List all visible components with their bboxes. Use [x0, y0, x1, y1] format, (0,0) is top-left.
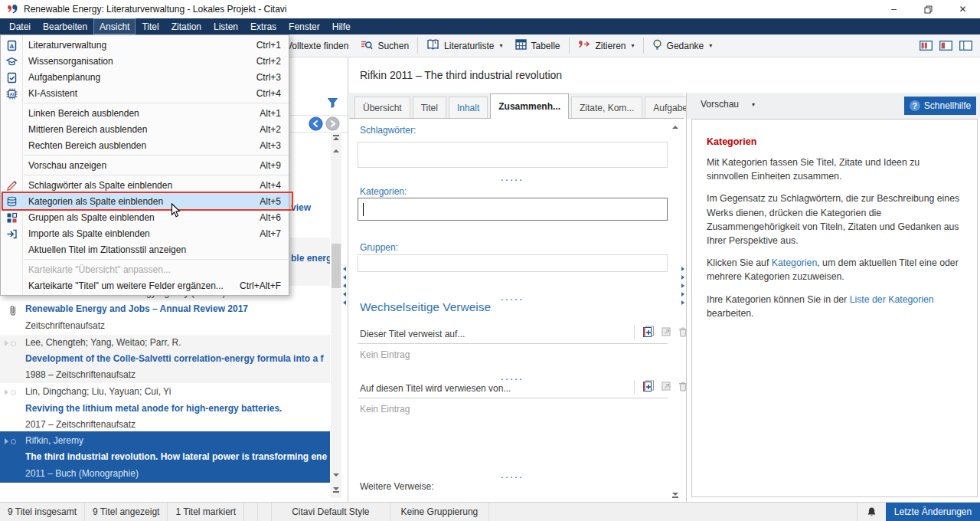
ai-chip-icon: AI [5, 87, 18, 100]
layout-one-pane-icon[interactable] [959, 41, 972, 53]
layout-two-pane-icon[interactable] [939, 41, 952, 53]
menu-item-zitationsstil-anzeigen[interactable]: Aktuellen Titel im Zitationsstil anzeige… [1, 241, 289, 257]
section-splitter-dots[interactable]: ..... [358, 175, 668, 181]
bibliography-button[interactable]: Literaturliste ▾ [420, 37, 508, 55]
categories-link[interactable]: Kategorien [772, 257, 817, 268]
menu-item-gruppen-spalte[interactable]: Gruppen als Spalte einblendenAlt+6 [1, 209, 289, 225]
menubar-bearbeiten[interactable]: Bearbeiten [37, 18, 93, 34]
menubar-hilfe[interactable]: Hilfe [326, 18, 357, 34]
search-button[interactable]: Suchen [354, 37, 415, 55]
notifications-bell-icon[interactable] [857, 503, 886, 521]
help-paragraph: Klicken Sie auf Kategorien, um dem aktue… [707, 256, 963, 283]
menu-item-mittleren-bereich[interactable]: Mittleren Bereich ausblendenAlt+2 [1, 121, 289, 137]
list-item-authors: Rifkin, Jeremy [25, 435, 328, 446]
add-reference-icon[interactable] [642, 380, 655, 394]
close-button[interactable]: ✕ [946, 0, 980, 18]
tab-uebersicht[interactable]: Übersicht [354, 97, 410, 118]
rating-circle-icon [11, 341, 16, 346]
refers-to-label: Dieser Titel verweist auf... [360, 329, 465, 339]
left-splitter-handle[interactable] [343, 267, 346, 305]
menu-item-kategorien-spalte[interactable]: Kategorien als Spalte einblendenAlt+5 [1, 193, 289, 209]
scroll-down-icon[interactable] [331, 469, 341, 480]
section-splitter-dots[interactable]: ..... [358, 374, 668, 380]
more-refs-label: Weitere Verweise: [360, 481, 434, 492]
menu-item-rechten-bereich[interactable]: Rechten Bereich ausblendenAlt+3 [1, 137, 289, 153]
menu-item-linken-bereich[interactable]: Linken Bereich ausblendenAlt+1 [1, 105, 289, 121]
quick-help-button[interactable]: ? Schnellhilfe [904, 97, 976, 115]
restore-button[interactable] [911, 0, 946, 18]
scroll-to-bottom-icon[interactable] [331, 484, 341, 496]
menu-item-vorschau-anzeigen[interactable]: Vorschau anzeigenAlt+9 [1, 157, 289, 173]
rating-circle-icon [11, 439, 16, 444]
tasks-icon [5, 71, 18, 84]
text-caret [363, 203, 364, 216]
scroll-to-bottom-icon[interactable] [670, 490, 681, 501]
menu-item-wissensorganisation[interactable]: WissensorganisationCtrl+2 [1, 53, 289, 69]
help-heading: Kategorien [707, 136, 963, 147]
tab-zitate[interactable]: Zitate, Kom... [571, 97, 642, 118]
section-splitter-dots[interactable]: ..... [358, 472, 668, 478]
section-splitter-dots[interactable]: ..... [358, 294, 668, 300]
mouse-cursor [171, 203, 181, 221]
svg-text:A: A [9, 42, 14, 49]
nav-back-icon[interactable] [309, 116, 323, 133]
statusbar: 9 Titel insgesamt 9 Titel angezeigt 1 Ti… [0, 502, 980, 521]
chevron-down-icon: ▾ [632, 42, 635, 49]
menubar: Datei Bearbeiten Ansicht Titel Zitation … [0, 18, 980, 34]
preview-toolbar: Vorschau ▾ ? Schnellhilfe [687, 93, 980, 119]
scrollbar-thumb[interactable] [332, 244, 341, 288]
list-item[interactable]: Lee, Chengteh; Yang, Weitao; Parr, R. De… [0, 335, 330, 383]
scroll-to-top-icon[interactable] [331, 132, 341, 143]
list-item-title: Development of the Colle-Salvetti correl… [25, 353, 328, 364]
menu-item-karteikarte-titel[interactable]: Karteikarte "Titel" um weitere Felder er… [1, 277, 289, 293]
panel-scrollbar[interactable] [670, 119, 681, 502]
keywords-field[interactable] [358, 142, 668, 168]
knowledge-icon [5, 55, 18, 67]
scroll-up-icon[interactable] [670, 121, 681, 133]
preview-dropdown[interactable]: Vorschau ▾ [701, 99, 755, 110]
cite-button[interactable]: Zitieren ▾ [572, 37, 641, 55]
categories-field[interactable] [358, 198, 668, 221]
thought-button[interactable]: Gedanke ▾ [646, 37, 719, 55]
tab-inhalt[interactable]: Inhalt [449, 97, 488, 118]
menubar-fenster[interactable]: Fenster [283, 18, 326, 34]
list-item-title-fragment: ble energ [291, 253, 330, 264]
menubar-extras[interactable]: Extras [244, 18, 283, 34]
menu-item-schlagwoerter-spalte[interactable]: Schlagwörter als Spalte einblendenAlt+4 [1, 177, 289, 193]
menubar-datei[interactable]: Datei [3, 18, 37, 34]
fulltext-button[interactable]: Volltexte finden [280, 37, 354, 55]
menubar-zitation[interactable]: Zitation [165, 18, 207, 34]
list-item[interactable]: Lin, Dingchang; Liu, Yayuan; Cui, Yi Rev… [0, 383, 330, 431]
layout-three-pane-icon[interactable] [920, 41, 933, 53]
menubar-ansicht[interactable]: Ansicht [93, 18, 136, 34]
tab-titel[interactable]: Titel [413, 97, 446, 118]
groups-field[interactable] [358, 254, 668, 272]
window-title: Renewable Energy: Literaturverwaltung - … [24, 4, 287, 15]
menu-item-karteikarte-uebersicht: Karteikarte "Übersicht" anpassen... [1, 261, 289, 277]
menubar-titel[interactable]: Titel [136, 18, 165, 34]
referred-by-label: Auf diesen Titel wird verwiesen von... [360, 383, 511, 394]
tab-zusammenhang[interactable]: Zusammenh... [490, 93, 569, 119]
status-empty-segment [244, 503, 258, 521]
menubar-listen[interactable]: Listen [207, 18, 244, 34]
filter-icon[interactable] [327, 97, 338, 110]
menu-item-ki-assistent[interactable]: AI KI-AssistentCtrl+4 [1, 85, 289, 101]
table-button[interactable]: Tabelle [509, 37, 567, 55]
list-item-selected[interactable]: Rifkin, Jeremy The third industrial revo… [0, 431, 330, 483]
minimize-button[interactable]: – [877, 0, 911, 18]
list-item-authors: Lin, Dingchang; Liu, Yayuan; Cui, Yi [25, 386, 328, 397]
menu-item-literaturverwaltung[interactable]: A LiteraturverwaltungCtrl+1 [1, 37, 289, 53]
category-list-link[interactable]: Liste der Kategorien [850, 294, 934, 305]
status-marked-titles: 1 Titel markiert [168, 503, 244, 521]
add-reference-icon[interactable] [642, 326, 655, 339]
status-grouping[interactable]: Keine Gruppierung [390, 503, 490, 521]
list-scrollbar[interactable] [331, 132, 341, 498]
nav-forward-icon[interactable] [325, 116, 340, 133]
status-citation-style[interactable]: Citavi Default Style [272, 503, 390, 521]
menu-item-aufgabenplanung[interactable]: AufgabenplanungCtrl+3 [1, 69, 289, 85]
menu-item-importe-spalte[interactable]: Importe als Spalte einblendenAlt+7 [1, 225, 289, 241]
scroll-up-icon[interactable] [331, 145, 341, 156]
right-splitter-handle[interactable] [681, 267, 684, 305]
last-changes-button[interactable]: Letzte Änderungen [886, 503, 980, 521]
book-icon [426, 39, 439, 53]
